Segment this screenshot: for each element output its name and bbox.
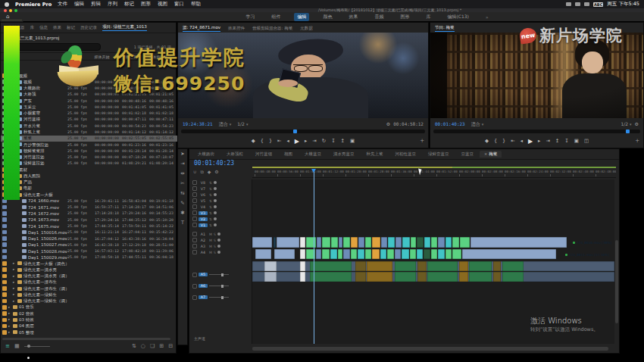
timeline-clip-segment[interactable] [502, 272, 524, 282]
sync-lock-icon[interactable]: ⇅ [209, 217, 212, 221]
project-row[interactable]: 开水片菜 25.00 fps 00:00:00:00 00:00:54:23 0… [1, 123, 177, 129]
transport-button[interactable]: ◂ [521, 138, 523, 144]
workspace-tab[interactable]: 组件 [268, 13, 283, 21]
sequence-tab[interactable]: 河柏性蓝豆 [389, 151, 421, 158]
timeline-clip-segment[interactable] [459, 272, 468, 282]
program-playhead[interactable] [626, 130, 630, 133]
project-row[interactable]: ▸ 03 特效 [1, 317, 177, 323]
timeline-clip-segment[interactable] [493, 272, 501, 282]
timeline-clip-segment[interactable] [310, 272, 352, 282]
timeline-clip-segment[interactable] [300, 249, 305, 259]
timeline-clip-segment[interactable] [427, 272, 458, 282]
program-resolution-dropdown[interactable]: 1/2▾ [621, 121, 631, 127]
track-lock-icon[interactable] [192, 223, 197, 227]
timeline-vertical-scrollbar[interactable] [615, 240, 618, 323]
transport-button[interactable]: ⇥ [312, 138, 316, 144]
timeline-clip-segment[interactable] [351, 249, 357, 259]
timeline-clip-segment[interactable] [431, 249, 437, 259]
timeline-clip-segment[interactable] [387, 249, 394, 259]
timeline-clip-segment[interactable] [264, 261, 277, 271]
transport-button[interactable]: ⇥ [546, 138, 549, 144]
disclosure-caret[interactable]: ▸ [8, 324, 10, 328]
track-name[interactable]: V4 [199, 205, 208, 209]
project-horizontal-scrollbar[interactable] [2, 338, 170, 340]
project-panel-tab[interactable]: 信息 [39, 25, 48, 30]
label-chip[interactable] [2, 230, 7, 235]
timeline-clip-segment[interactable] [395, 272, 416, 282]
project-row[interactable]: 绿鲜蓝拉远 25.00 fps 00:00:00:00 01:08:29:21 … [1, 161, 177, 167]
battery-status-icon[interactable] [575, 2, 580, 6]
transport-button[interactable]: ▶ [295, 138, 299, 145]
footer-icon-button[interactable]: ⊟ [168, 343, 173, 349]
mute-button[interactable]: M [209, 251, 212, 254]
tool-button[interactable]: ✂ [178, 179, 187, 189]
program-current-timecode[interactable]: 00:01:40:23 [435, 121, 465, 127]
video-track-header[interactable]: V7 ⇅ [189, 186, 252, 192]
label-chip[interactable] [2, 274, 7, 279]
timeline-clip-segment[interactable] [395, 237, 402, 248]
video-track-header[interactable]: V2 ⇅ [189, 216, 252, 222]
timeline-clip-segment[interactable] [252, 237, 272, 248]
sequence-tab[interactable]: 相图 [278, 151, 297, 158]
thumbnail-zoom-slider[interactable] [24, 346, 50, 347]
video-track-header[interactable]: V8 ⇅ [189, 179, 252, 186]
track-name[interactable]: V7 [199, 187, 208, 191]
home-icon[interactable]: ⌂ [6, 14, 9, 20]
source-playhead[interactable] [293, 130, 297, 133]
audio-track-header-tall[interactable]: A6 [189, 280, 252, 292]
timeline-clip-segment[interactable] [358, 237, 364, 248]
track-output-toggle-icon[interactable] [214, 223, 217, 226]
timeline-clip-segment[interactable] [452, 237, 459, 248]
track-name[interactable]: A4 [199, 251, 208, 254]
disclosure-caret[interactable]: ▸ [13, 267, 14, 271]
transport-button[interactable]: ▣ [350, 138, 355, 144]
video-track-header[interactable]: V6 ⇅ [189, 192, 252, 198]
timeline-clip-segment[interactable] [331, 237, 338, 248]
app-name[interactable]: Premiere Pro [15, 2, 52, 8]
sync-lock-icon[interactable]: ⇅ [209, 181, 212, 185]
project-row[interactable]: 大横路街 25.00 fps 00:00:00:00 00:00:52:14 0… [1, 86, 177, 92]
transport-button[interactable]: ↧ [564, 138, 568, 144]
track-lock-icon[interactable] [192, 284, 197, 289]
track-output-toggle-icon[interactable] [214, 211, 217, 214]
minimize-window-button[interactable] [9, 9, 12, 12]
workspace-tab[interactable]: 编辑(C13) [444, 13, 472, 21]
timeline-clip-segment[interactable] [365, 249, 371, 259]
sequence-tab[interactable]: ×梅菜 [480, 151, 502, 158]
track-lock-icon[interactable] [192, 198, 197, 203]
workspace-tab[interactable]: 音频 [371, 13, 386, 21]
track-lock-icon[interactable] [192, 232, 197, 236]
timeline-clip-segment[interactable] [395, 249, 401, 259]
mute-button[interactable]: M [209, 232, 212, 236]
project-row[interactable]: 菜菜 25.00 fps 00:00:00:00 00:02:55:05 00:… [1, 136, 177, 142]
timeline-clip-segment[interactable] [402, 249, 409, 259]
voiceover-record-icon[interactable] [217, 239, 220, 242]
settings-wrench-icon[interactable]: ⚙ [386, 121, 390, 127]
timeline-toolbar-icon[interactable]: ⧉ [200, 169, 203, 175]
project-row[interactable]: ▸ 绿色元素—浸布生（调） [1, 286, 177, 292]
solo-button[interactable]: S [214, 232, 216, 236]
track-lock-icon[interactable] [192, 217, 197, 221]
menu-item[interactable]: 窗口 [174, 1, 184, 8]
label-chip[interactable] [2, 299, 7, 304]
video-track-header[interactable]: V3 ⇅ [189, 210, 252, 216]
timeline-clip-segment[interactable] [402, 237, 410, 248]
apple-menu-icon[interactable] [5, 2, 9, 7]
menu-item[interactable]: 图形 [141, 1, 151, 8]
source-current-timecode[interactable]: 19:24:38:21 [183, 121, 213, 127]
source-scrubber[interactable] [181, 130, 425, 133]
project-row[interactable]: ▸ 绿色元素—清水秀 [1, 267, 177, 273]
voiceover-record-icon[interactable] [217, 245, 220, 248]
project-panel-tab[interactable]: 标记 [67, 25, 75, 30]
label-chip[interactable] [2, 211, 7, 216]
timeline-clip-segment[interactable] [411, 237, 416, 248]
project-row[interactable]: ▾ 视频 [1, 73, 177, 79]
track-volume-fader[interactable] [209, 297, 229, 298]
track-output-toggle-icon[interactable] [214, 199, 217, 202]
video-track-header[interactable]: V5 ⇅ [189, 198, 252, 204]
track-output-toggle-icon[interactable] [214, 217, 217, 220]
label-chip[interactable] [2, 280, 7, 285]
project-row[interactable]: ▸ 绿色元素—清水秀（调） [1, 273, 177, 279]
timeline-toolbar-icon[interactable]: ⚙ [214, 169, 218, 175]
timeline-clip-segment[interactable] [395, 261, 416, 271]
